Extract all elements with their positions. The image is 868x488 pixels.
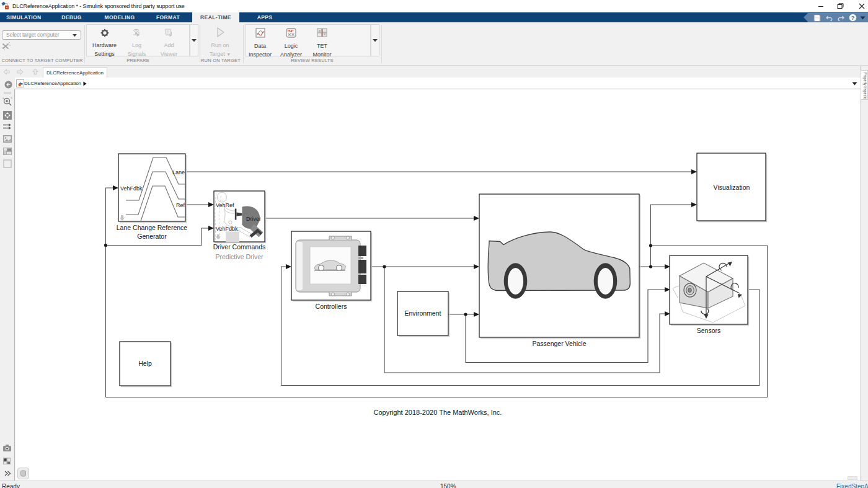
svg-text:VehFdbk: VehFdbk: [216, 226, 238, 232]
svg-text:Passenger Vehicle: Passenger Vehicle: [533, 340, 587, 347]
svg-text:Sensors: Sensors: [697, 327, 721, 334]
svg-text:Visualization: Visualization: [714, 184, 750, 191]
svg-text:Driver: Driver: [246, 216, 261, 222]
svg-text:Lane: Lane: [172, 169, 185, 175]
svg-text:Driver Commands: Driver Commands: [213, 243, 266, 251]
svg-text:Copyright 2018-2020 The MathWo: Copyright 2018-2020 The MathWorks, Inc.: [374, 409, 502, 416]
svg-text:Lane Change Reference: Lane Change Reference: [117, 224, 188, 231]
svg-text:?: ?: [851, 15, 855, 21]
svg-text:Controllers: Controllers: [316, 303, 347, 310]
svg-text:VehRef: VehRef: [216, 202, 234, 208]
svg-text:Generator: Generator: [137, 233, 167, 240]
svg-text:Predictive Driver: Predictive Driver: [215, 253, 264, 260]
svg-text:Property Inspecto: Property Inspecto: [862, 73, 867, 99]
svg-text:Ref: Ref: [176, 202, 185, 208]
svg-text:Environment: Environment: [405, 309, 441, 317]
svg-text:Help: Help: [138, 360, 152, 367]
svg-text:VehFdbk: VehFdbk: [120, 185, 143, 192]
